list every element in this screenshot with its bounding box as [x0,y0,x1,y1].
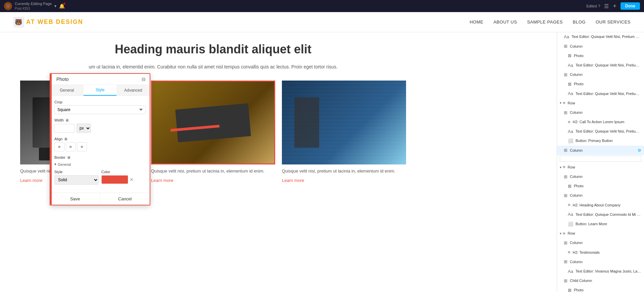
heading-icon: ≡ [568,119,571,125]
sidebar-item-column-1[interactable]: ⊞ Column [557,42,644,51]
sidebar-item-column-4[interactable]: ⊞ Column ⚙ [557,146,644,155]
column-icon: ⊞ [564,240,567,246]
sidebar-label: Text Editor: Vivamus Magna Justo, Lacini… [576,269,641,274]
sidebar-label: Column [570,240,641,245]
align-right-button[interactable]: ≡ [77,142,87,151]
panel-footer: Save Cancel [50,193,150,205]
card-2-link[interactable]: Learn more [151,178,173,183]
sidebar-item-photo-1[interactable]: ⊠ Photo [557,51,644,60]
text-editor-icon: Aa [564,34,569,40]
nav-home[interactable]: HOME [469,19,483,25]
sidebar-item-text-editor-1[interactable]: Aa Text Editor: Quisque Velit Nisi, Pret… [557,32,644,42]
photo-panel-header: Photo ⊟ [50,74,150,85]
width-input[interactable] [54,124,75,133]
align-left-button[interactable]: ≡ [54,142,64,151]
photo-panel-body: Crop Square Width 🖥 px Align 🖥 ≡ ≡ ≡ [50,96,150,193]
color-swatch[interactable] [101,175,128,184]
border-color-col: Color ✕ [101,170,146,184]
sidebar-label: H2: Call To Action Lorem Ipsum [573,119,641,125]
color-swatch-row: ✕ [101,175,146,184]
sidebar-item-child-column[interactable]: ⊞ Child Column [557,276,644,286]
nav-about[interactable]: ABOUT US [493,19,517,25]
sidebar-item-photo-2[interactable]: ⊠ Photo [557,80,644,89]
sidebar-item-row-3[interactable]: ▾ ≡ Row [557,229,644,238]
sidebar-label: Column [570,110,641,115]
sidebar-item-text-editor-5[interactable]: Aa Text Editor: Quisque Commodo Id Mi No… [557,210,644,219]
align-buttons: ≡ ≡ ≡ [54,142,146,151]
align-label: Align 🖥 [54,137,146,141]
sidebar-label: H2: Heading About Company [573,203,641,208]
row-icon: ≡ [563,164,565,170]
tab-style[interactable]: Style [84,85,117,96]
sidebar-item-text-editor-2[interactable]: Aa Text Editor: Quisque Velit Nisi, Pret… [557,61,644,70]
nav-links: HOME ABOUT US SAMPLE PAGES BLOG OUR SERV… [469,19,631,25]
tab-advanced[interactable]: Advanced [116,85,150,96]
sidebar-item-column-2[interactable]: ⊞ Column [557,70,644,80]
sidebar-item-column-6[interactable]: ⊞ Column [557,191,644,200]
chevron-icon[interactable]: ▾ [560,165,561,170]
sidebar-item-column-5[interactable]: ⊞ Column [557,172,644,182]
text-editor-icon: Aa [568,129,573,135]
sidebar-item-button-learn[interactable]: ⬜ Button: Learn More [557,220,644,229]
sidebar-item-row-2[interactable]: ▾ ≡ Row [557,162,644,172]
chevron-down-icon[interactable]: ▾ [54,4,56,8]
sidebar-item-h2-about[interactable]: ≡ H2: Heading About Company [557,200,644,210]
edited-label: Edited ? [586,4,600,8]
logo-text: AT WEB DESIGN [26,18,83,26]
cancel-button[interactable]: Cancel [100,193,150,205]
sidebar-label: Button: Primary Button [576,138,641,143]
border-general-toggle[interactable]: ▾ General [54,161,146,168]
save-button[interactable]: Save [50,193,100,205]
sidebar-item-photo-3[interactable]: ⊠ Photo [557,182,644,191]
sidebar-item-text-editor-3[interactable]: Aa Text Editor: Quisque Velit Nisi, Pret… [557,89,644,98]
crop-select[interactable]: Square [54,105,146,114]
nav-services[interactable]: OUR SERVICES [596,19,631,25]
photo-panel-tabs: General Style Advanced [50,85,150,96]
border-style-label: Style [54,170,99,174]
drag-handle[interactable]: ⋮⋮ [52,138,58,141]
sidebar-item-column-3[interactable]: ⊞ Column [557,108,644,117]
sidebar-item-h2-testimonials[interactable]: ≡ H2: Testimonials [557,248,644,257]
column-icon: ⊞ [564,72,567,78]
card-3-link[interactable]: Learn more [282,178,304,183]
post-label: Post #353 [15,6,52,11]
sidebar-label: Column [570,148,636,153]
sidebar-item-text-editor-4[interactable]: Aa Text Editor: Quisque Velit Nisi, Pret… [557,127,644,136]
chevron-icon[interactable]: ▾ [560,231,561,236]
logo-icon: 🐻 [13,17,24,28]
top-bar: 🐻 Currently Editing Page Post #353 ▾ 🔔 E… [0,0,644,12]
sidebar-item-button-primary[interactable]: ⬜ Button: Primary Button [557,136,644,146]
monitor-icon-border: 🖥 [67,155,70,159]
align-center-button[interactable]: ≡ [66,142,76,151]
sidebar-item-photo-4[interactable]: ⊠ Photo [557,286,644,292]
sidebar-item-row-1[interactable]: ▾ ≡ Row [557,98,644,108]
gear-icon[interactable]: ⚙ [638,148,641,153]
nav-sample[interactable]: SAMPLE PAGES [527,19,563,25]
bell-icon[interactable]: 🔔 [59,3,65,9]
sidebar-item-h2-cta[interactable]: ≡ H2: Call To Action Lorem Ipsum [557,117,644,127]
card-1-link[interactable]: Learn more [20,178,42,183]
sidebar-item-column-7[interactable]: ⊞ Column [557,238,644,248]
text-editor-icon: Aa [568,91,573,97]
minimize-icon[interactable]: ⊟ [142,77,146,82]
sidebar-label: H2: Testimonials [573,250,641,255]
unit-select[interactable]: px [77,124,91,133]
plus-icon[interactable]: + [613,3,616,10]
sidebar-label: Column [570,72,641,77]
chevron-icon[interactable]: ▾ [560,101,561,105]
right-sidebar: Aa Text Editor: Quisque Velit Nisi, Pret… [557,12,644,292]
photo-icon: ⊠ [568,183,572,189]
tab-general[interactable]: General [50,85,84,96]
border-style-select[interactable]: Solid [54,175,99,185]
list-icon[interactable]: ☰ [604,3,609,9]
sidebar-label: Text Editor: Quisque Commodo Id Mi Non..… [576,212,641,217]
nav-blog[interactable]: BLOG [573,19,586,25]
sidebar-item-text-editor-6[interactable]: Aa Text Editor: Vivamus Magna Justo, Lac… [557,267,644,276]
color-clear-icon[interactable]: ✕ [130,177,134,182]
card-2: Quisque velit nisi, pretium ut lacinia i… [151,81,275,183]
card-2-text: Quisque velit nisi, pretium ut lacinia i… [151,168,275,175]
column-icon: ⊞ [564,110,567,116]
sidebar-item-column-8[interactable]: ⊞ Column [557,257,644,266]
done-button[interactable]: Done [621,2,640,10]
nav-logo: 🐻 AT WEB DESIGN [13,17,83,28]
